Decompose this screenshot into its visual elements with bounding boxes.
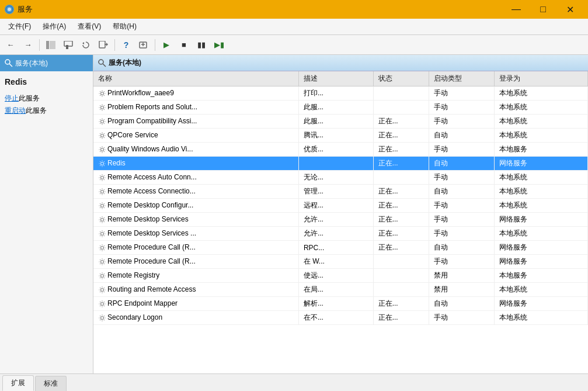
svg-point-33 [101,316,104,319]
cell-status [373,101,429,115]
bottom-tabs: 扩展 标准 [0,373,588,391]
maximize-button[interactable]: □ [530,0,556,19]
play-button[interactable]: ▶ [158,37,175,53]
svg-point-32 [101,302,104,305]
svg-line-14 [9,64,12,67]
cell-name: Quality Windows Audio Vi... [93,143,298,157]
col-header-status[interactable]: 状态 [373,71,429,86]
table-row[interactable]: Remote Access Connectio... 管理... 正在... 自… [93,185,588,199]
table-row[interactable]: Remote Access Auto Conn... 无论... 手动 本地系统 [93,171,588,185]
svg-point-23 [101,176,104,179]
tab-extend[interactable]: 扩展 [2,375,34,391]
refresh-button[interactable] [78,37,94,53]
table-row[interactable]: Quality Windows Audio Vi... 优质... 正在... … [93,143,588,157]
cell-name: PrintWorkflow_aaee9 [93,86,298,101]
svg-point-15 [99,60,103,64]
stop-service-link[interactable]: 停止 [5,94,19,102]
sidebar-header-text: 服务(本地) [15,58,48,68]
cell-startup: 手动 [429,227,495,241]
tab-standard[interactable]: 标准 [35,376,67,391]
table-row[interactable]: Remote Desktop Services ... 允许... 正在... … [93,227,588,241]
cell-status: 正在... [373,115,429,129]
cell-name: Remote Desktop Services [93,213,298,227]
back-button[interactable]: ← [2,37,19,53]
table-row[interactable]: Remote Procedure Call (R... 在 W... 手动 网络… [93,255,588,269]
menu-view[interactable]: 查看(V) [72,19,107,34]
col-header-name[interactable]: 名称 [93,71,298,86]
cell-startup: 手动 [429,255,495,269]
cell-desc [298,157,373,171]
svg-line-16 [103,64,106,67]
cell-status: 正在... [373,143,429,157]
export2-button[interactable] [135,37,152,53]
cell-startup: 自动 [429,157,495,171]
minimize-button[interactable]: — [503,0,530,19]
cell-logon: 本地系统 [495,199,588,213]
sidebar-action-stop: 停止此服务 [5,94,88,103]
cell-status: 正在... [373,199,429,213]
table-row[interactable]: Secondary Logon 在不... 正在... 手动 本地系统 [93,311,588,325]
separator-3 [155,39,155,51]
cell-desc: 远程... [298,199,373,213]
toolbar: ← → ? ▶ ■ ▮▮ ▶▮ [0,35,588,55]
stop-button[interactable]: ■ [176,37,192,53]
content-header-text: 服务(本地) [109,58,141,68]
svg-point-22 [101,162,104,165]
cell-startup: 手动 [429,143,495,157]
cell-startup: 自动 [429,185,495,199]
content-header: 服务(本地) [93,55,588,71]
cell-name: Program Compatibility Assi... [93,115,298,129]
table-row[interactable]: Routing and Remote Access 在局... 禁用 本地系统 [93,283,588,297]
close-button[interactable]: ✕ [556,0,583,19]
col-header-desc[interactable]: 描述 [298,71,373,86]
cell-name: Problem Reports and Solut... [93,101,298,115]
table-row[interactable]: RPC Endpoint Mapper 解析... 正在... 自动 网络服务 [93,297,588,311]
table-row[interactable]: PrintWorkflow_aaee9 打印... 手动 本地系统 [93,86,588,101]
cell-name: Remote Access Connectio... [93,185,298,199]
cell-name: Remote Procedure Call (R... [93,241,298,255]
table-row[interactable]: QPCore Service 腾讯... 正在... 自动 本地系统 [93,129,588,143]
menu-file[interactable]: 文件(F) [2,19,37,34]
svg-point-31 [101,288,104,291]
restart-service-link[interactable]: 重启动 [5,106,26,115]
cell-startup: 自动 [429,129,495,143]
export-button[interactable] [95,37,112,53]
cell-desc: 允许... [298,213,373,227]
table-row[interactable]: Redis 正在... 自动 网络服务 [93,157,588,171]
help-button[interactable]: ? [118,37,134,53]
svg-point-30 [101,274,104,277]
table-row[interactable]: Program Compatibility Assi... 此服... 正在..… [93,115,588,129]
sidebar-service-title: Redis [5,77,88,86]
col-header-logon[interactable]: 登录为 [495,71,588,86]
table-row[interactable]: Remote Desktop Services 允许... 正在... 手动 网… [93,213,588,227]
svg-point-19 [101,120,104,123]
table-row[interactable]: Remote Desktop Configur... 远程... 正在... 手… [93,199,588,213]
table-header-row: 名称 描述 状态 启动类型 登录为 [93,71,588,86]
services-table-container[interactable]: 名称 描述 状态 启动类型 登录为 PrintWorkflow_aaee9 打印… [93,71,588,373]
cell-logon: 本地服务 [495,269,588,283]
table-row[interactable]: Remote Registry 使远... 禁用 本地服务 [93,269,588,283]
table-row[interactable]: Problem Reports and Solut... 此服... 手动 本地… [93,101,588,115]
cell-startup: 手动 [429,86,495,101]
col-header-startup[interactable]: 启动类型 [429,71,495,86]
cell-desc: 无论... [298,171,373,185]
restart-button[interactable]: ▶▮ [211,37,227,53]
svg-rect-5 [66,45,68,49]
menu-action[interactable]: 操作(A) [37,19,72,34]
content-area: 服务(本地) 名称 描述 状态 启动类型 登录为 PrintWorkflow_a… [93,55,588,373]
separator-1 [39,39,40,51]
cell-logon: 本地服务 [495,143,588,157]
cell-status [373,171,429,185]
up-one-level-button[interactable] [60,37,76,53]
table-row[interactable]: Remote Procedure Call (R... RPC... 正在...… [93,241,588,255]
forward-button[interactable]: → [20,37,36,53]
pause-button[interactable]: ▮▮ [193,37,210,53]
cell-startup: 手动 [429,171,495,185]
cell-logon: 本地系统 [495,101,588,115]
menu-help[interactable]: 帮助(H) [107,19,142,34]
cell-logon: 网络服务 [495,157,588,171]
cell-status: 正在... [373,213,429,227]
show-hide-button[interactable] [43,37,59,53]
restart-service-suffix: 此服务 [26,106,47,115]
title-controls: — □ ✕ [503,0,583,19]
